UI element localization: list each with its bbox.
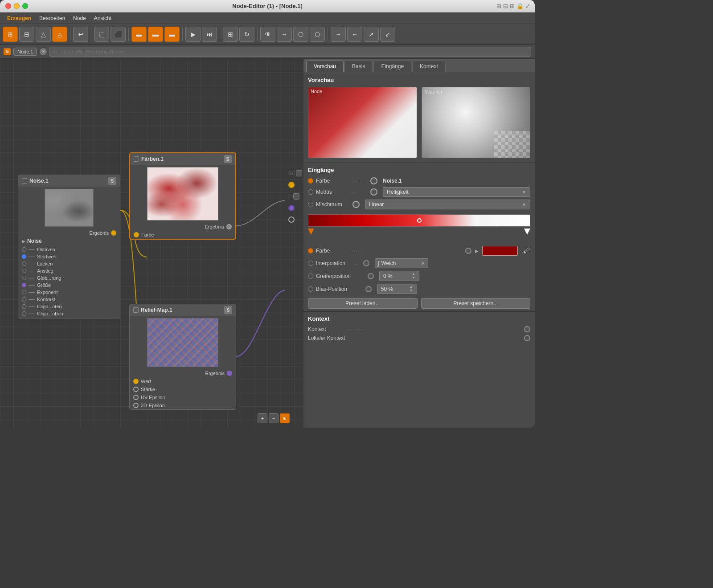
tab-eingange[interactable]: Eingänge: [373, 61, 411, 72]
preset-load-button[interactable]: Preset laden...: [308, 298, 418, 309]
toolbar-btn-grid[interactable]: ⊞: [223, 27, 238, 42]
eingabe-farbe-value: Noise.1: [383, 178, 402, 184]
preset-save-button[interactable]: Preset speichern...: [421, 298, 531, 309]
minimize-button[interactable]: [14, 3, 20, 9]
toolbar-btn-9[interactable]: ▬: [148, 27, 163, 42]
maximize-button[interactable]: [22, 3, 28, 9]
toolbar-btn-play[interactable]: ▶: [185, 27, 201, 42]
relief-s-button[interactable]: S: [224, 306, 232, 314]
eingabe-modus-connector[interactable]: [370, 188, 377, 196]
toolbar-btn-8[interactable]: ▬: [131, 27, 147, 42]
side-connector-2[interactable]: Di: [288, 193, 302, 200]
relief-3d-port: 3D-Epsilon: [130, 401, 236, 409]
param-label-clipoben: Clipp...oben: [37, 311, 63, 316]
prop-interp-connector[interactable]: [363, 260, 369, 266]
toolbar-btn-view3[interactable]: ⬡: [293, 27, 308, 42]
zoom-out-button[interactable]: −: [269, 413, 279, 423]
prop-greifer-connector[interactable]: [368, 273, 374, 279]
color-swatch[interactable]: [482, 246, 518, 256]
toolbar-btn-5[interactable]: ↩: [73, 27, 88, 42]
toolbar-btn-nav1[interactable]: →: [331, 27, 346, 42]
zoom-controls[interactable]: + − ⊞: [258, 413, 290, 423]
preview-section: Vorschau Node Material: [303, 72, 535, 163]
tab-kontext[interactable]: Kontext: [412, 61, 446, 72]
side-connector-purple[interactable]: [288, 205, 295, 211]
preset-buttons: Preset laden... Preset speichern...: [303, 295, 535, 311]
toolbar-btn-nav2[interactable]: ←: [347, 27, 362, 42]
noise-node[interactable]: Noise.1 S Ergebnis ▶ Noise Oktaven: [18, 175, 120, 318]
side-connector-1[interactable]: GC: [288, 170, 302, 176]
toolbar-btn-1[interactable]: ⊞: [3, 27, 18, 42]
toolbar-btn-10[interactable]: ▬: [164, 27, 180, 42]
menu-bar: Erzeugen Bearbeiten Node Ansicht: [0, 12, 535, 24]
relief-wert-dot[interactable]: [133, 379, 139, 384]
toolbar-btn-view1[interactable]: 👁: [260, 27, 275, 42]
menu-ansicht[interactable]: Ansicht: [90, 14, 115, 22]
toolbar-btn-rotate[interactable]: ↻: [239, 27, 254, 42]
modus-dropdown[interactable]: Helligkeit ▼: [383, 187, 530, 197]
greiferposition-input[interactable]: 0 % ▲ ▼: [379, 271, 419, 281]
relief-starke-dot[interactable]: [133, 387, 139, 392]
search-input[interactable]: [49, 47, 531, 57]
farben-node[interactable]: Färben.1 S Ergebnis Farbe: [129, 152, 236, 240]
noise-s-button[interactable]: S: [108, 177, 116, 185]
param-label-kontrast: Kontrast: [37, 297, 55, 302]
noise-ergebnis-dot[interactable]: [111, 230, 116, 236]
toolbar-btn-3[interactable]: △: [36, 27, 51, 42]
kontext-kontext-connector[interactable]: [524, 326, 530, 332]
close-button[interactable]: [5, 3, 11, 9]
eyedropper-icon[interactable]: 🖊: [523, 247, 530, 255]
toolbar-btn-7[interactable]: ⬛: [111, 27, 126, 42]
relief-ergebnis-dot[interactable]: [227, 371, 232, 376]
tab-vorschau[interactable]: Vorschau: [306, 61, 344, 72]
eingabe-mischraum-connector[interactable]: [352, 201, 360, 208]
relief-node[interactable]: Relief-Map.1 S Ergebnis Wert Stärke UV-E: [129, 304, 236, 410]
relief-starke-port: Stärke: [130, 385, 236, 393]
menu-bearbeiten[interactable]: Bearbeiten: [36, 14, 69, 22]
farben-farbe-dot[interactable]: [134, 232, 139, 237]
toolbar-btn-step[interactable]: ⏭: [202, 27, 217, 42]
zoom-fit-button[interactable]: ⊞: [280, 413, 290, 423]
eingabe-farbe-connector[interactable]: [370, 177, 377, 184]
farben-s-button[interactable]: S: [224, 155, 232, 163]
node-canvas[interactable]: Noise.1 S Ergebnis ▶ Noise Oktaven: [0, 59, 303, 428]
close-tag-button[interactable]: ×: [40, 48, 47, 55]
eingabe-farbe-dots: ······: [350, 179, 368, 184]
kontext-lokal-connector[interactable]: [524, 335, 530, 341]
toolbar-btn-view4[interactable]: ⬡: [310, 27, 325, 42]
relief-3d-dot[interactable]: [133, 403, 139, 408]
prop-farbe-connector[interactable]: [465, 248, 471, 254]
tab-basis[interactable]: Basis: [344, 61, 373, 72]
mischraum-dropdown[interactable]: Linear ▼: [365, 200, 530, 209]
gradient-position-dot[interactable]: [417, 218, 422, 223]
relief-wert-label: Wert: [141, 379, 151, 384]
bias-arrows[interactable]: ▲ ▼: [410, 285, 413, 293]
gradient-handle-left[interactable]: [308, 229, 314, 235]
toolbar-btn-nav4[interactable]: ↙: [380, 27, 395, 42]
farben-ergebnis-dot[interactable]: [226, 224, 232, 229]
gradient-bar-container[interactable]: [308, 214, 530, 241]
menu-node[interactable]: Node: [70, 14, 90, 22]
node-tag[interactable]: Node.1: [13, 48, 37, 56]
prop-interp-label: Interpolation: [316, 260, 352, 266]
menu-erzeugen[interactable]: Erzeugen: [4, 14, 35, 22]
bias-input[interactable]: 50 % ▲ ▼: [377, 284, 417, 294]
canvas-side-connectors: GC Di: [288, 170, 302, 223]
interpolation-dropdown[interactable]: ∫ Weich ▼: [375, 258, 428, 268]
side-connector-white[interactable]: [288, 216, 295, 223]
toolbar-btn-view2[interactable]: ↔: [277, 27, 292, 42]
relief-uv-dot[interactable]: [133, 395, 139, 400]
zoom-in-button[interactable]: +: [258, 413, 267, 423]
gradient-bar[interactable]: [308, 214, 530, 227]
side-connector-yellow[interactable]: [288, 182, 295, 188]
toolbar-btn-nav3[interactable]: ↗: [364, 27, 379, 42]
greifer-arrows[interactable]: ▲ ▼: [412, 272, 415, 280]
toolbar-btn-6[interactable]: ⬚: [94, 27, 109, 42]
toolbar-btn-2[interactable]: ⊟: [19, 27, 34, 42]
prop-bias-connector[interactable]: [365, 286, 372, 292]
param-dot-grosse: [22, 283, 26, 287]
window-controls[interactable]: [5, 3, 28, 9]
param-dot-clipoben: [22, 311, 26, 316]
toolbar-btn-4[interactable]: ◬: [52, 27, 67, 42]
gradient-handle-right[interactable]: [524, 229, 530, 235]
